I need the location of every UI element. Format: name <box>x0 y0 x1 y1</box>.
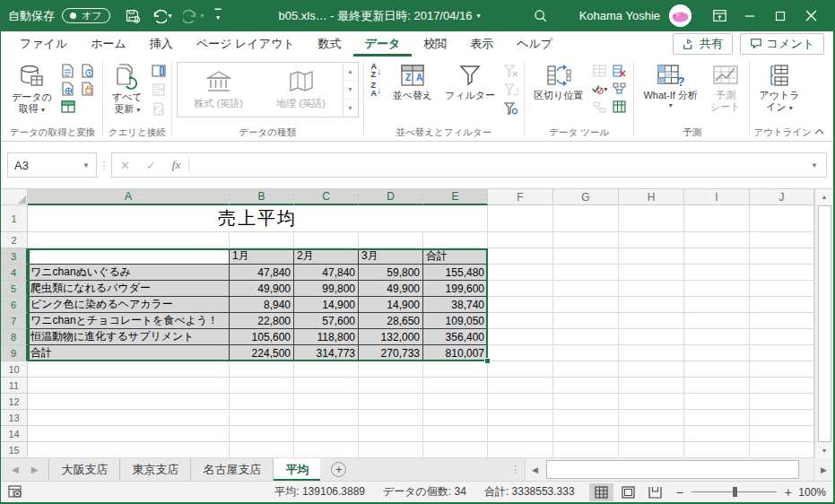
collapse-ribbon-button[interactable] <box>814 122 824 138</box>
row-header-6[interactable]: 6 <box>1 297 28 313</box>
cell[interactable] <box>488 442 553 458</box>
cell[interactable] <box>553 394 619 410</box>
row-header-2[interactable]: 2 <box>1 232 28 248</box>
cell[interactable]: ワニchanぬいぐるみ <box>28 265 230 281</box>
consolidate-icon[interactable] <box>611 81 627 97</box>
cell[interactable] <box>553 281 619 297</box>
cell[interactable] <box>619 297 684 313</box>
row-header-10[interactable]: 10 <box>1 361 28 378</box>
cell[interactable]: 270,733 <box>359 345 423 361</box>
cell[interactable] <box>684 265 750 281</box>
cell[interactable] <box>619 394 684 410</box>
cell[interactable]: 2月 <box>294 248 359 265</box>
cell[interactable] <box>619 361 684 378</box>
cell[interactable]: 118,800 <box>294 329 359 345</box>
column-header-C[interactable]: C <box>294 189 359 205</box>
stocks-button[interactable]: 株式 (英語) <box>178 63 260 117</box>
cell[interactable] <box>750 232 814 248</box>
cell[interactable] <box>684 248 750 265</box>
page-layout-view-button[interactable] <box>616 483 640 501</box>
cell[interactable] <box>750 265 814 281</box>
status-sum[interactable]: 合計: 3338553.333 <box>484 484 575 500</box>
cell[interactable] <box>619 265 684 281</box>
cell[interactable] <box>423 361 488 378</box>
tab-ページ レイアウト[interactable]: ページ レイアウト <box>185 31 307 56</box>
redo-button[interactable]: ▾ <box>183 9 204 23</box>
vertical-scroll-thumb[interactable] <box>818 205 831 442</box>
cell[interactable] <box>488 265 553 281</box>
cell[interactable] <box>359 442 423 458</box>
column-header-H[interactable]: H <box>619 189 684 205</box>
row-header-4[interactable]: 4 <box>1 265 28 281</box>
ribbon-display-options-button[interactable] <box>704 0 735 31</box>
reapply-filter-icon[interactable] <box>503 82 519 98</box>
comments-button[interactable]: コメント <box>740 33 824 55</box>
row-header-7[interactable]: 7 <box>1 313 28 329</box>
cell[interactable] <box>359 378 423 394</box>
cell[interactable]: 8,940 <box>230 297 294 313</box>
column-header-E[interactable]: E <box>423 189 488 205</box>
customize-quick-access-button[interactable]: ▔▾ <box>215 12 222 20</box>
forecast-sheet-button[interactable]: 予測 シート <box>706 61 745 115</box>
column-header-J[interactable]: J <box>750 189 814 205</box>
status-count[interactable]: データの個数: 34 <box>383 484 466 500</box>
cell[interactable] <box>423 394 488 410</box>
cell[interactable] <box>553 442 619 458</box>
cell[interactable] <box>684 442 750 458</box>
cell[interactable]: ピンク色に染めるヘアカラー <box>28 297 230 313</box>
cell[interactable] <box>28 394 230 410</box>
cell[interactable] <box>750 329 814 345</box>
maximize-button[interactable] <box>765 0 796 31</box>
cell[interactable] <box>294 426 359 442</box>
cell[interactable]: 224,500 <box>230 345 294 361</box>
cell[interactable]: 314,773 <box>294 345 359 361</box>
cell[interactable] <box>294 378 359 394</box>
cell[interactable]: 105,600 <box>230 329 294 345</box>
cell[interactable] <box>750 394 814 410</box>
cell[interactable] <box>750 426 814 442</box>
cell[interactable] <box>684 378 750 394</box>
cell[interactable] <box>553 297 619 313</box>
formula-bar-divider[interactable]: ⋮ <box>97 160 111 171</box>
what-if-analysis-button[interactable]: ? What-If 分析 ▾ <box>639 61 702 112</box>
edit-links-icon[interactable] <box>151 100 167 117</box>
status-average[interactable]: 平均: 139106.3889 <box>274 484 365 500</box>
tab-ホーム[interactable]: ホーム <box>79 31 138 56</box>
cell[interactable]: 合計 <box>423 248 488 265</box>
cell[interactable] <box>750 281 814 297</box>
cell[interactable] <box>230 232 294 248</box>
gallery-scroll-down-icon[interactable]: ▼ <box>344 81 358 99</box>
zoom-slider[interactable] <box>691 491 777 492</box>
outline-button[interactable]: アウトラ イン ▾ <box>754 61 804 115</box>
cell[interactable]: ワニchanとチョコレートを食べよう！ <box>28 313 230 329</box>
cell[interactable] <box>619 442 684 458</box>
cell[interactable]: 合計 <box>28 345 230 361</box>
cell[interactable] <box>423 410 488 426</box>
cell[interactable] <box>28 442 230 458</box>
cell[interactable] <box>619 205 684 232</box>
cell[interactable] <box>488 361 553 378</box>
filter-button[interactable]: フィルター <box>440 61 500 103</box>
advanced-filter-icon[interactable] <box>503 100 519 117</box>
cell[interactable] <box>553 248 619 265</box>
close-button[interactable] <box>796 0 826 31</box>
cell[interactable] <box>359 394 423 410</box>
cell[interactable] <box>488 313 553 329</box>
cell[interactable] <box>28 378 230 394</box>
text-to-columns-button[interactable]: 区切り位置 <box>529 61 587 103</box>
cell[interactable] <box>488 329 553 345</box>
cell[interactable] <box>294 232 359 248</box>
tab-挿入[interactable]: 挿入 <box>138 31 185 56</box>
cell[interactable] <box>28 410 230 426</box>
sort-ascending-button[interactable]: AZ↓ <box>369 63 385 79</box>
macro-record-button[interactable] <box>8 485 22 499</box>
normal-view-button[interactable] <box>589 483 613 501</box>
scroll-down-icon[interactable]: ▼ <box>815 443 833 458</box>
formula-bar[interactable]: ✕ ✓ fx ▼ <box>111 152 827 178</box>
cell[interactable] <box>294 442 359 458</box>
cell[interactable] <box>28 361 230 378</box>
cell[interactable] <box>230 378 294 394</box>
cell[interactable] <box>294 361 359 378</box>
cell[interactable] <box>684 205 750 232</box>
sort-button[interactable]: ZA 並べ替え <box>388 61 438 103</box>
